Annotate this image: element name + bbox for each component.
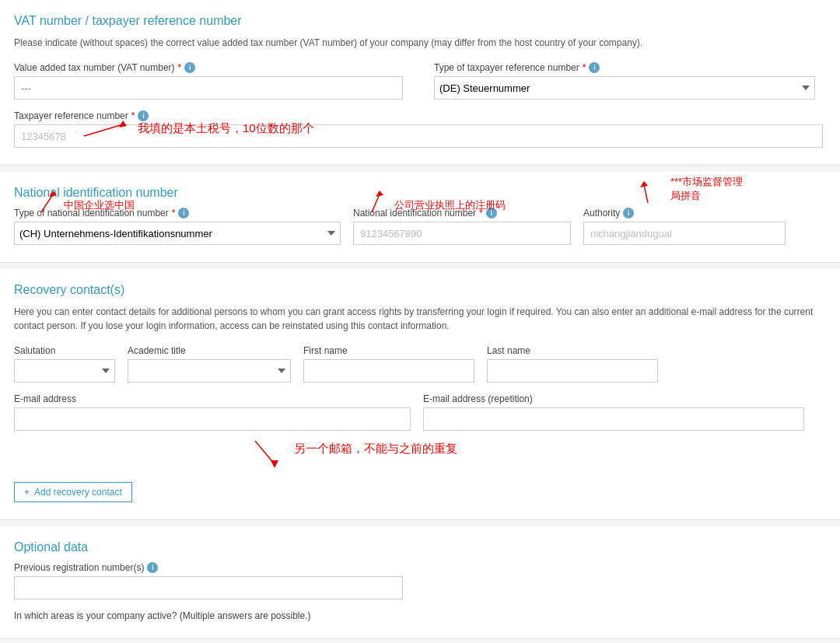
taxpayer-row: Taxpayer reference number * i 我填的是本土税号，1… — [14, 110, 826, 148]
recovery-row-1: Salutation Mr. Ms. Academic title Dr. Pr… — [14, 345, 826, 383]
salutation-label: Salutation — [14, 345, 115, 356]
email-annotation-area: 另一个邮箱，不能与之前的重复 — [14, 437, 826, 476]
email-rep-label: E-mail address (repetition) — [423, 393, 804, 404]
optional-section-title: Optional data — [14, 540, 826, 554]
vat-number-group: Value added tax number (VAT number) * i — [14, 62, 403, 100]
salutation-group: Salutation Mr. Ms. — [14, 345, 115, 383]
vat-section-title: VAT number / taxpayer reference number — [14, 14, 826, 28]
firstname-label: First name — [303, 345, 474, 356]
vat-number-input[interactable] — [14, 76, 403, 100]
recovery-row-2: E-mail address E-mail address (repetitio… — [14, 393, 826, 431]
add-contact-plus: + — [24, 487, 30, 498]
areas-group: In which areas is your company active? (… — [14, 610, 826, 621]
vat-required-star: * — [178, 62, 182, 73]
nin-authority-group: Authority i — [583, 208, 786, 245]
svg-marker-9 — [271, 460, 278, 468]
taxpayer-ref-input[interactable] — [14, 124, 823, 148]
email-label: E-mail address — [14, 393, 411, 404]
prev-reg-group: Previous registration number(s) i — [14, 562, 826, 599]
nin-number-label: National identification number * i — [353, 208, 571, 218]
nin-number-input[interactable] — [353, 222, 571, 245]
optional-section: Optional data Previous registration numb… — [0, 526, 840, 639]
email-annotation-text: 另一个邮箱，不能与之前的重复 — [294, 442, 457, 456]
vat-section: VAT number / taxpayer reference number P… — [0, 0, 840, 166]
nin-form-row: Type of national identification number *… — [14, 208, 826, 245]
taxpayer-type-label: Type of taxpayer reference number * i — [434, 62, 815, 73]
academic-select[interactable]: Dr. Prof. — [128, 359, 291, 383]
recovery-section-desc: Here you can enter contact details for a… — [14, 305, 826, 333]
add-recovery-contact-button[interactable]: + Add recovery contact — [14, 482, 132, 502]
nin-type-label: Type of national identification number *… — [14, 208, 341, 218]
taxpayer-info-icon[interactable]: i — [138, 110, 149, 121]
nin-number-group: National identification number * i — [353, 208, 571, 245]
lastname-label: Last name — [487, 345, 658, 356]
type-required-star: * — [583, 62, 586, 73]
areas-label: In which areas is your company active? (… — [14, 610, 826, 621]
nin-type-required-star: * — [172, 208, 176, 218]
prev-reg-label: Previous registration number(s) i — [14, 562, 826, 573]
svg-line-8 — [255, 441, 275, 464]
lastname-input[interactable] — [487, 359, 658, 383]
vat-info-icon[interactable]: i — [184, 62, 195, 73]
nin-number-info-icon[interactable]: i — [486, 208, 497, 218]
lastname-group: Last name — [487, 345, 658, 383]
email-annotation-wrap: 另一个邮箱，不能与之前的重复 — [247, 437, 457, 468]
nin-authority-label: Authority i — [583, 208, 786, 218]
prev-reg-input[interactable] — [14, 576, 403, 599]
academic-group: Academic title Dr. Prof. — [128, 345, 291, 383]
taxpayer-ref-label: Taxpayer reference number * i — [14, 110, 826, 121]
nin-section: National identification number 中国企业选中国 公… — [0, 172, 840, 263]
nin-type-select[interactable]: (CH) Unternehmens-Identifikationsnummer … — [14, 222, 341, 245]
academic-label: Academic title — [128, 345, 291, 356]
salutation-select[interactable]: Mr. Ms. — [14, 359, 115, 383]
prev-reg-info-icon[interactable]: i — [147, 562, 158, 573]
vat-section-desc: Please indicate (without spaces) the cor… — [14, 36, 826, 50]
email-arrow-svg — [247, 437, 294, 468]
type-info-icon[interactable]: i — [589, 62, 600, 73]
add-contact-label: Add recovery contact — [34, 487, 122, 498]
nin-authority-input[interactable] — [583, 222, 786, 245]
firstname-input[interactable] — [303, 359, 474, 383]
nin-type-info-icon[interactable]: i — [178, 208, 189, 218]
email-group: E-mail address — [14, 393, 411, 431]
recovery-section: Recovery contact(s) Here you can enter c… — [0, 269, 840, 520]
taxpayer-type-group: Type of taxpayer reference number * i (D… — [434, 62, 815, 100]
nin-section-title: National identification number — [14, 186, 826, 200]
nin-body: 中国企业选中国 公司营业执照上的注册码 ***市场监督管理局拼音 — [14, 208, 826, 245]
nin-number-required-star: * — [479, 208, 483, 218]
nin-authority-info-icon[interactable]: i — [623, 208, 634, 218]
taxpayer-required-star: * — [131, 110, 135, 121]
taxpayer-input-wrapper: 我填的是本土税号，10位数的那个 — [14, 124, 826, 148]
email-input[interactable] — [14, 407, 411, 431]
firstname-group: First name — [303, 345, 474, 383]
taxpayer-ref-group: Taxpayer reference number * i 我填的是本土税号，1… — [14, 110, 826, 148]
taxpayer-type-select[interactable]: (DE) Steuernummer (DE) Umsatzsteuer-Iden… — [434, 76, 815, 100]
vat-number-label: Value added tax number (VAT number) * i — [14, 62, 403, 73]
email-rep-input[interactable] — [423, 407, 804, 431]
vat-top-row: Value added tax number (VAT number) * i … — [14, 62, 826, 100]
recovery-section-title: Recovery contact(s) — [14, 283, 826, 297]
nin-type-group: Type of national identification number *… — [14, 208, 341, 245]
email-rep-group: E-mail address (repetition) — [423, 393, 804, 431]
